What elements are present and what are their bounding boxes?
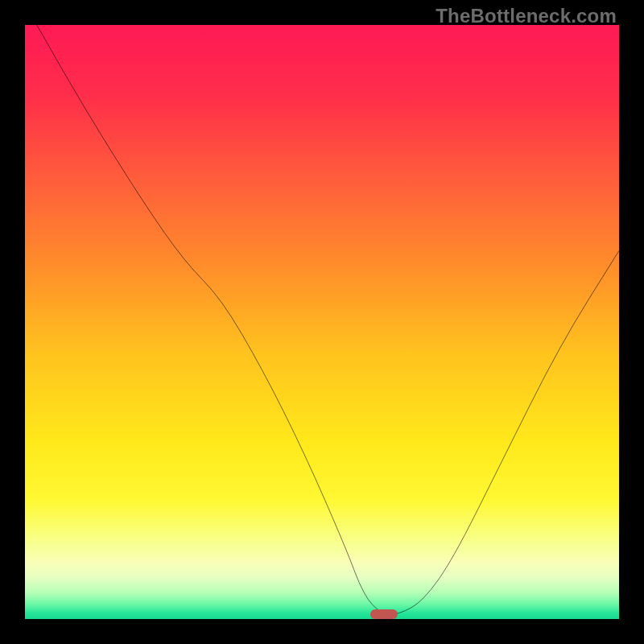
- optimal-point-marker: [370, 609, 398, 619]
- bottleneck-curve: [25, 25, 619, 619]
- chart-frame: TheBottleneck.com: [0, 0, 644, 644]
- plot-area: [25, 25, 619, 619]
- watermark-text: TheBottleneck.com: [436, 5, 617, 27]
